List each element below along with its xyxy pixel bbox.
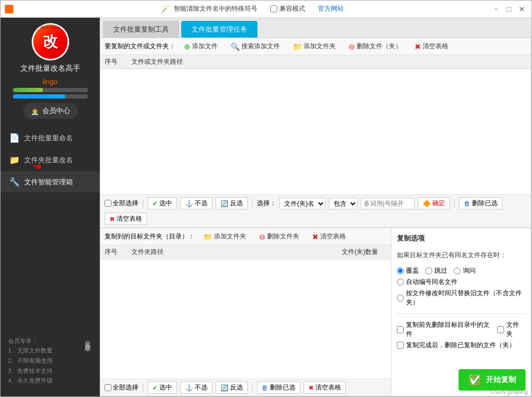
select-checked-button[interactable]: ✔ 选中 (147, 197, 177, 209)
bottom-section: 复制到的目标文件夹（目录）： 📁 添加文件夹 ⊖ 删除文件夹 ✖ (100, 228, 531, 396)
sidebar-item-smart-manage[interactable]: 🔧 文件智能管理箱 ➜ (1, 171, 100, 192)
top-file-table: 序号 文件或文件夹路径 (100, 55, 531, 194)
sidebar: 改 FILE REN 文件批量改名高手 lingo 👨‍💼 会员中心 📄 文件批… (1, 18, 100, 396)
add-folder-label: 添加文件夹 (304, 42, 336, 51)
bottom-file-table: 序号 文件夹路径 文件(夹)数量 (100, 245, 391, 379)
opt-ask[interactable]: 询问 (454, 266, 476, 275)
delete-file-label: 删除文件（夹） (357, 42, 402, 51)
maximize-button[interactable]: □ (504, 4, 514, 14)
folder-rename-icon: 📁 (9, 155, 20, 165)
opt-delete-after[interactable]: 复制完成后，删除已复制的文件（夹） (397, 341, 526, 350)
filter-keyword-input[interactable] (361, 198, 415, 209)
bottom-col-count-header: 文件(夹)数量 (337, 245, 391, 259)
col-path-header: 文件或文件夹路径 (127, 55, 531, 69)
opt-skip-radio[interactable] (425, 267, 432, 274)
sidebar-footer: 会员专享： 1、无限文件数量 2、不限电脑使用 3、免费技术支持 4、永久免费升… (1, 331, 100, 391)
add-folder-button[interactable]: 📁 添加文件夹 (289, 41, 340, 52)
select-all-check[interactable]: 全部选择 (105, 199, 138, 208)
invert-button[interactable]: 🔄 反选 (216, 197, 248, 209)
filter-confirm-button[interactable]: 🔶 确定 (418, 197, 450, 209)
filter-type-select[interactable]: 文件(夹)名 (279, 198, 326, 209)
delete-selected-icon: 🗑 (464, 200, 470, 207)
opt-delete-before[interactable]: 复制前先删除目标目录中的文件 文件夹 (397, 320, 526, 339)
opt-delete-before-label: 复制前先删除目标目录中的文件 (406, 320, 495, 339)
bottom-delete-folder-button[interactable]: ⊖ 删除文件夹 (255, 231, 304, 242)
filter-confirm-label: 确定 (432, 199, 445, 208)
search-add-icon: 🔍 (231, 42, 240, 51)
delete-selected-button[interactable]: 🗑 删除已选 (459, 197, 503, 209)
official-site-link[interactable]: 官方网站 (318, 4, 344, 13)
magic-wand-icon: 🪄 (160, 5, 169, 13)
select-all-checkbox[interactable] (105, 200, 112, 207)
close-button[interactable]: ✕ (516, 4, 527, 14)
title-logo (5, 5, 13, 13)
bottom-filter-bar: 全部选择 ✔ 选中 ⚓ 不选 (100, 379, 391, 396)
special-char-label: 智能清除文件名中的特殊符号 (174, 4, 257, 13)
extra-options: 复制前先删除目标目录中的文件 文件夹 复制完成后，删除已复制的文件（夹） (397, 320, 526, 350)
member-icon: 👨‍💼 (31, 107, 39, 115)
start-copy-button[interactable]: ✅ 开始复制 (459, 369, 526, 391)
bottom-deselect-button[interactable]: ⚓ 不选 (180, 381, 212, 394)
bottom-add-folder-label: 添加文件夹 (214, 232, 246, 241)
opt-replace-old[interactable]: 按文件修改时间只替换旧文件（不含文件夹） (397, 289, 526, 307)
delete-file-button[interactable]: ⊖ 删除文件（夹） (344, 41, 406, 52)
bottom-clear-filter-button[interactable]: ✖ 清空表格 (304, 381, 346, 394)
invert-icon: 🔄 (220, 200, 228, 207)
top-section: 要复制的文件或文件夹： ⊕ 添加文件 🔍 搜索添加文件 📁 添加文件夹 (100, 38, 531, 228)
bottom-deselect-label: 不选 (195, 383, 208, 392)
bottom-delete-selected-button[interactable]: 🗑 删除已选 (257, 381, 300, 394)
add-file-icon: ⊕ (184, 42, 190, 51)
rename-icon: 📄 (9, 133, 20, 143)
bottom-select-checked-button[interactable]: ✔ 选中 (147, 381, 177, 394)
opt-delete-before-check[interactable] (397, 326, 404, 333)
bottom-col-path-header: 文件夹路径 (127, 245, 337, 259)
clear-table-top-label: 清空表格 (423, 42, 448, 51)
opt-auto-rename[interactable]: 自动编号同名文件 (397, 278, 526, 287)
divider1 (397, 313, 526, 314)
select-label: 选择： (257, 199, 276, 208)
copy-options-panel: 复制选项 如果目标文件夹已有同名文件存在时： 覆盖 跳过 (391, 228, 531, 396)
bottom-clear-table-button[interactable]: ✖ 清空表格 (308, 231, 350, 242)
minimize-button[interactable]: － (491, 4, 501, 14)
bottom-select-all-check[interactable]: 全部选择 (105, 383, 138, 392)
opt-ask-radio[interactable] (454, 267, 461, 274)
bottom-add-folder-button[interactable]: 📁 添加文件夹 (199, 231, 250, 242)
opt-overwrite[interactable]: 覆盖 (397, 266, 419, 275)
select-all-label: 全部选择 (113, 199, 138, 208)
check-icon: ✔ (152, 200, 158, 207)
tab-manage[interactable]: 文件批量管理任务 (181, 21, 257, 38)
tab-copy[interactable]: 文件批量复制工具 (103, 21, 179, 38)
col-num-header: 序号 (100, 55, 127, 69)
clear-table-filter-button[interactable]: ✖ 清空表格 (105, 213, 147, 225)
title-bar-controls: － □ ✕ (491, 4, 527, 14)
add-file-button[interactable]: ⊕ 添加文件 (180, 41, 222, 52)
compat-checkbox[interactable] (270, 5, 277, 12)
sidebar-item-rename[interactable]: 📄 文件批量重命名 (1, 128, 100, 148)
sidebar-item-rename-label: 文件批量重命名 (24, 133, 73, 143)
bottom-clear-table-label: 清空表格 (320, 232, 346, 241)
copy-options-title: 复制选项 (397, 234, 526, 243)
opt-overwrite-radio[interactable] (397, 267, 404, 274)
opt-auto-rename-radio[interactable] (397, 279, 404, 286)
deselect-label: 不选 (195, 199, 208, 208)
clear-table-top-button[interactable]: ✖ 清空表格 (410, 41, 453, 52)
opt-replace-old-radio[interactable] (397, 295, 404, 302)
sidebar-item-folder-rename[interactable]: 📁 文件夹批量改名 (1, 149, 100, 170)
member-center-button[interactable]: 👨‍💼 会员中心 (23, 103, 78, 119)
opt-skip[interactable]: 跳过 (425, 266, 447, 275)
bottom-invert-button[interactable]: 🔄 反选 (216, 381, 248, 394)
filter-condition-select[interactable]: 包含 (329, 198, 358, 209)
compat-label: 兼容模式 (279, 4, 305, 13)
bottom-clear-icon2: ✖ (308, 384, 314, 392)
opt-delete-folder-check[interactable] (497, 326, 504, 333)
search-add-button[interactable]: 🔍 搜索添加文件 (226, 41, 284, 52)
opt-delete-after-check[interactable] (397, 342, 404, 349)
conflict-radio-group: 覆盖 跳过 询问 (397, 266, 526, 275)
bottom-select-all-checkbox[interactable] (105, 384, 112, 391)
footer-line1: 1、无限文件数量 (8, 346, 79, 356)
search-add-label: 搜索添加文件 (241, 42, 280, 51)
bottom-clear-filter-label: 清空表格 (315, 383, 341, 392)
main-panel: 要复制的文件或文件夹： ⊕ 添加文件 🔍 搜索添加文件 📁 添加文件夹 (100, 38, 531, 396)
deselect-button[interactable]: ⚓ 不选 (180, 197, 212, 209)
delete-file-icon: ⊖ (349, 42, 355, 51)
